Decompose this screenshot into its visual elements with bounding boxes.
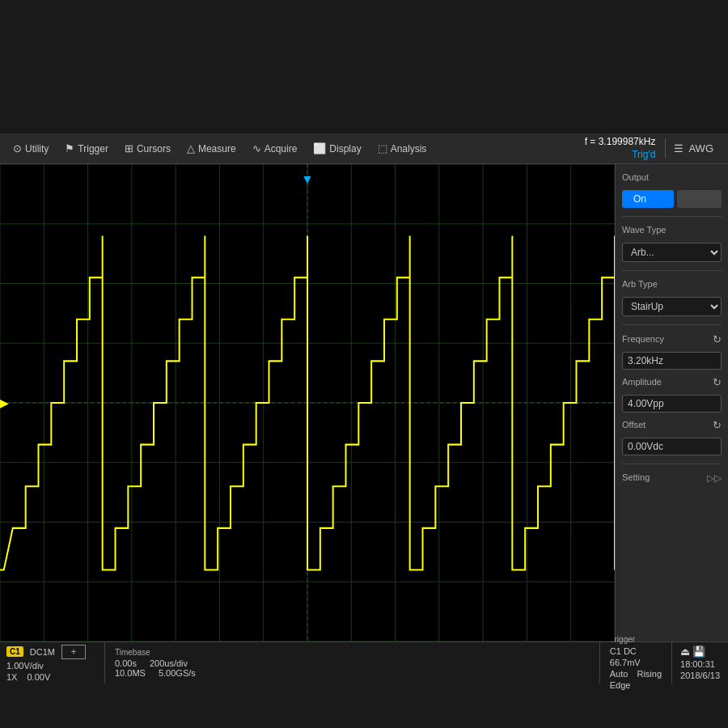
trigger-label: Trigger	[78, 143, 108, 154]
acquire-label: Acquire	[265, 143, 298, 154]
analysis-icon: ⬚	[378, 142, 387, 154]
utility-icon: ⊙	[13, 142, 22, 154]
datetime-status: ⏏ 💾 18:00:31 2018/6/13	[672, 642, 728, 684]
timebase-row1: 0.00s 200us/div	[115, 658, 590, 668]
timebase-row2: 10.0MS 5.00GS/s	[115, 668, 590, 678]
usb-icon: ⏏	[680, 645, 690, 658]
frequency-label: Frequency	[622, 334, 664, 344]
timebase-memory: 10.0MS	[115, 668, 146, 678]
ch1-top-row: C1 DC1M +	[6, 645, 98, 659]
analysis-menu-item[interactable]: ⬚ Analysis	[371, 139, 434, 158]
ch1-voltage: 1.00V/div	[6, 661, 44, 671]
output-label: Output	[622, 172, 722, 182]
offset-label: Offset	[622, 420, 645, 430]
output-on-button[interactable]: On	[622, 190, 674, 208]
ch1-status: C1 DC1M + 1.00V/div 1X 0.00V	[0, 642, 105, 684]
setting-label: Setting	[622, 472, 650, 482]
cursors-icon: ⊞	[125, 142, 133, 154]
frequency-row: Frequency ↻	[622, 333, 722, 345]
trigger-status: Trigger C1 DC 66.7mV Auto Rising Edge	[600, 642, 672, 684]
measure-menu-item[interactable]: △ Measure	[180, 139, 243, 158]
awg-icon: ☰	[674, 142, 684, 154]
date-value: 2018/6/13	[680, 671, 720, 680]
amplitude-value-box[interactable]: 4.00Vpp	[622, 395, 722, 413]
timebase-status: Timebase 0.00s 200us/div 10.0MS 5.00GS/s	[105, 642, 600, 684]
setting-expand-icon: ▷▷	[707, 472, 722, 484]
save-icon: 💾	[692, 645, 705, 658]
trigger-source-row: C1 DC	[610, 646, 662, 656]
amplitude-row: Amplitude ↻	[622, 376, 722, 388]
offset-refresh-icon[interactable]: ↻	[713, 419, 722, 431]
output-toggle-row: On	[622, 190, 722, 208]
divider-4	[622, 463, 722, 464]
trigger-icon: ⚑	[65, 142, 74, 154]
arb-type-select[interactable]: StairUp StairDown Stairud Trapezoid	[622, 297, 722, 316]
awg-panel[interactable]: ☰ AWG	[665, 139, 722, 158]
ch1-probe-row: 1X 0.00V	[6, 672, 98, 682]
frequency-value-box[interactable]: 3.20kHz	[622, 352, 722, 370]
utility-label: Utility	[25, 143, 49, 154]
utility-menu-item[interactable]: ⊙ Utility	[6, 139, 55, 158]
frequency-refresh-icon[interactable]: ↻	[713, 333, 722, 345]
cursors-label: Cursors	[137, 143, 171, 154]
waveform-svg	[0, 164, 615, 641]
right-panel: Output On Wave Type Arb... Sine Square R…	[615, 164, 728, 641]
measure-icon: △	[187, 142, 195, 154]
toolbar: ⊙ Utility ⚑ Trigger ⊞ Cursors △ Measure …	[0, 133, 728, 164]
display-menu-item[interactable]: ⬜ Display	[307, 139, 367, 158]
ch1-badge: C1	[6, 646, 23, 657]
frequency-display: f = 3.199987kHz Trig'd	[585, 136, 656, 161]
trig-status: Trig'd	[585, 149, 656, 162]
trigger-label: Trigger	[610, 635, 662, 644]
trigger-menu-item[interactable]: ⚑ Trigger	[58, 139, 115, 158]
trigger-source: C1 DC	[610, 646, 637, 656]
trigger-level-row: 66.7mV	[610, 658, 662, 667]
divider-3	[622, 324, 722, 325]
trigger-type-row: Edge	[610, 680, 662, 690]
display-icon: ⬜	[313, 142, 326, 154]
display-label: Display	[329, 143, 361, 154]
acquire-icon: ∿	[252, 142, 261, 154]
divider-1	[622, 216, 722, 217]
oscilloscope-container: ⊙ Utility ⚑ Trigger ⊞ Cursors △ Measure …	[0, 133, 728, 684]
ch1-divider-icon: +	[61, 645, 86, 659]
arb-type-label: Arb Type	[622, 279, 722, 289]
timebase-delay: 0.00s	[115, 658, 137, 668]
time-row: ⏏ 💾	[680, 645, 720, 658]
wave-type-select[interactable]: Arb... Sine Square Ramp Pulse	[622, 243, 722, 262]
trigger-level: 66.7mV	[610, 658, 641, 667]
trigger-mode: Auto	[610, 669, 629, 679]
divider-2	[622, 270, 722, 271]
output-off-button[interactable]	[677, 190, 722, 208]
offset-value-box[interactable]: 0.00Vdc	[622, 438, 722, 455]
main-area: ▼ ▶ Output On Wave Type Arb... Sine Squa…	[0, 164, 728, 641]
trigger-slope: Rising	[637, 669, 662, 679]
awg-label: AWG	[688, 142, 713, 154]
ch1-bottom-row: 1.00V/div	[6, 661, 98, 671]
trigger-mode-row: Auto Rising	[610, 669, 662, 679]
time-value: 18:00:31	[680, 659, 720, 669]
setting-row[interactable]: Setting ▷▷	[622, 472, 722, 484]
analysis-label: Analysis	[391, 143, 427, 154]
measure-label: Measure	[198, 143, 236, 154]
ch1-coupling: DC1M	[30, 647, 55, 657]
offset-row: Offset ↻	[622, 419, 722, 431]
acquire-menu-item[interactable]: ∿ Acquire	[246, 139, 304, 158]
timebase-div: 200us/div	[150, 658, 188, 668]
ch1-offset: 0.00V	[27, 672, 50, 682]
channel-arrow: ▶	[0, 396, 9, 409]
amplitude-label: Amplitude	[622, 377, 662, 387]
trigger-type: Edge	[610, 680, 631, 690]
scope-display: ▼ ▶	[0, 164, 615, 641]
amplitude-refresh-icon[interactable]: ↻	[713, 376, 722, 388]
trigger-arrow: ▼	[301, 172, 314, 187]
status-bar: C1 DC1M + 1.00V/div 1X 0.00V Timebase 0.…	[0, 641, 728, 684]
cursors-menu-item[interactable]: ⊞ Cursors	[118, 139, 177, 158]
timebase-label: Timebase	[115, 648, 590, 657]
ch1-probe: 1X	[6, 672, 17, 682]
wave-type-label: Wave Type	[622, 225, 722, 235]
timebase-sample: 5.00GS/s	[159, 668, 196, 678]
frequency-value: f = 3.199987kHz	[585, 136, 656, 149]
